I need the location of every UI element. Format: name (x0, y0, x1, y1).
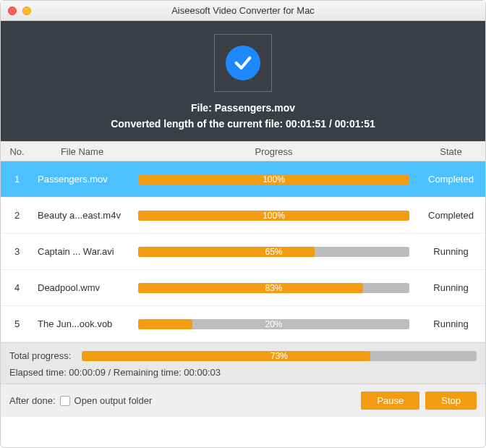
row-state: Completed (417, 210, 485, 221)
row-progress-percent: 20% (138, 319, 409, 329)
table-row[interactable]: 1Passengers.mov100%Completed (1, 161, 485, 198)
current-file-label: File: Passengers.mov (1, 102, 485, 114)
open-folder-checkbox[interactable] (60, 396, 70, 406)
row-no: 3 (1, 246, 33, 257)
table-row[interactable]: 3Captain ... War.avi65%Running (1, 234, 485, 270)
col-header-filename: File Name (33, 146, 131, 157)
table-row[interactable]: 2Beauty a...east.m4v100%Completed (1, 198, 485, 234)
traffic-lights (8, 7, 31, 15)
total-progress-label: Total progress: (9, 350, 82, 361)
titlebar: Aiseesoft Video Converter for Mac (1, 1, 485, 21)
row-no: 1 (1, 174, 33, 185)
row-progress-bar: 20% (138, 319, 409, 329)
row-filename: Captain ... War.avi (33, 246, 131, 257)
col-header-progress: Progress (131, 146, 417, 157)
row-progress-bar: 100% (138, 174, 409, 185)
total-progress-percent: 73% (82, 351, 477, 361)
row-state: Running (417, 318, 485, 329)
col-header-state: State (417, 146, 485, 157)
table-row[interactable]: 4Deadpool.wmv83%Running (1, 270, 485, 306)
row-progress-percent: 100% (138, 174, 409, 185)
row-state: Running (417, 282, 485, 293)
row-no: 2 (1, 210, 33, 221)
minimize-icon[interactable] (22, 7, 31, 15)
row-no: 4 (1, 282, 33, 293)
table-row[interactable]: 5The Jun...ook.vob20%Running (1, 306, 485, 342)
row-state: Running (417, 246, 485, 257)
close-icon[interactable] (8, 7, 17, 15)
row-progress-bar: 65% (138, 247, 409, 257)
total-progress-bar: 73% (82, 351, 477, 361)
app-window: Aiseesoft Video Converter for Mac File: … (0, 0, 486, 448)
row-no: 5 (1, 318, 33, 329)
row-progress-bar: 100% (138, 211, 409, 221)
window-title: Aiseesoft Video Converter for Mac (1, 5, 485, 16)
converted-length-label: Converted length of the current file: 00… (1, 118, 485, 130)
open-folder-label: Open output folder (74, 395, 153, 406)
thumbnail-box (214, 34, 272, 92)
hero-panel: File: Passengers.mov Converted length of… (1, 21, 485, 141)
row-filename: Beauty a...east.m4v (33, 210, 131, 221)
checkmark-icon (226, 46, 260, 80)
row-filename: Passengers.mov (33, 174, 131, 185)
row-filename: Deadpool.wmv (33, 282, 131, 293)
row-progress-percent: 100% (138, 211, 409, 221)
row-progress-percent: 83% (138, 283, 409, 293)
table-body: 1Passengers.mov100%Completed2Beauty a...… (1, 161, 485, 342)
total-section: Total progress: 73% Elapsed time: 00:00:… (1, 342, 485, 384)
row-filename: The Jun...ook.vob (33, 318, 131, 329)
after-done-label: After done: (9, 395, 56, 406)
footer: After done: Open output folder Pause Sto… (1, 384, 485, 417)
stop-button[interactable]: Stop (425, 392, 477, 410)
table-header: No. File Name Progress State (1, 141, 485, 161)
time-label: Elapsed time: 00:00:09 / Remaining time:… (9, 367, 477, 378)
pause-button[interactable]: Pause (361, 392, 419, 410)
row-state: Completed (417, 174, 485, 185)
row-progress-bar: 83% (138, 283, 409, 293)
col-header-no: No. (1, 146, 33, 157)
row-progress-percent: 65% (138, 247, 409, 257)
